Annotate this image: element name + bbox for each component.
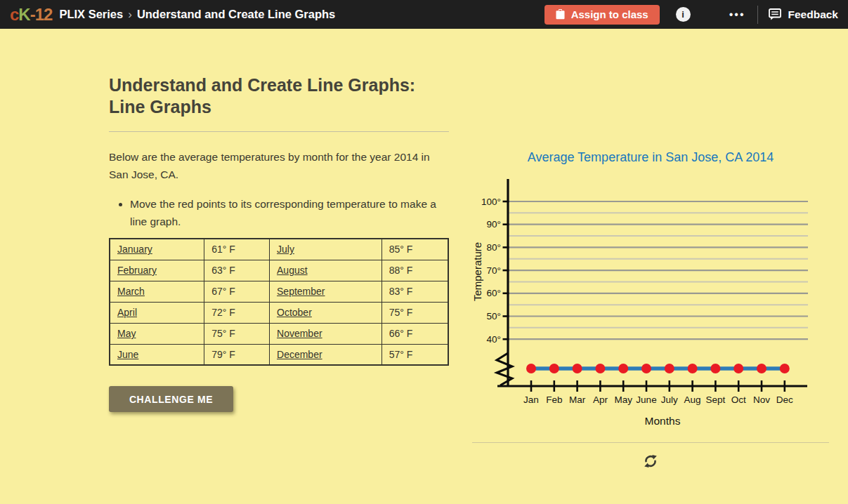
line-graph-canvas[interactable]: 100°90°80°70°60°50°40°TemperatureJanFebM… xyxy=(472,173,829,430)
x-tick-label: July xyxy=(661,394,678,405)
info-icon[interactable]: i xyxy=(676,7,691,22)
month-cell: May xyxy=(110,323,204,344)
month-link[interactable]: January xyxy=(117,244,152,255)
month-link[interactable]: December xyxy=(277,349,322,360)
temperature-cell: 88° F xyxy=(381,260,448,281)
breadcrumb-page-title: Understand and Create Line Graphs xyxy=(137,8,335,21)
y-tick-label: 70° xyxy=(487,265,501,276)
month-cell: July xyxy=(270,239,382,260)
month-link[interactable]: August xyxy=(277,265,308,276)
y-tick-label: 40° xyxy=(487,334,501,345)
feedback-icon xyxy=(769,8,782,20)
red-point[interactable] xyxy=(573,364,582,373)
temperatures-table: January61° FJuly85° FFebruary63° FAugust… xyxy=(109,238,449,366)
y-tick-label: 90° xyxy=(487,219,501,230)
red-point[interactable] xyxy=(688,364,698,373)
x-tick-label: Mar xyxy=(569,394,586,405)
refresh-icon xyxy=(643,453,658,469)
red-point[interactable] xyxy=(710,364,720,373)
x-tick-label: June xyxy=(636,394,656,405)
chart-title: Average Temperature in San Jose, CA 2014 xyxy=(472,150,829,165)
feedback-label: Feedback xyxy=(788,8,838,21)
x-tick-label: Apr xyxy=(593,394,608,405)
x-tick-label: Oct xyxy=(731,394,746,405)
red-point[interactable] xyxy=(641,364,651,373)
breadcrumb: PLIX Series › Understand and Create Line… xyxy=(59,8,335,22)
x-tick-label: Nov xyxy=(753,394,770,405)
red-point[interactable] xyxy=(757,364,767,373)
red-point[interactable] xyxy=(780,364,790,373)
month-link[interactable]: March xyxy=(117,286,145,297)
month-cell: September xyxy=(270,281,382,302)
breadcrumb-section[interactable]: PLIX Series xyxy=(59,8,123,21)
temperature-cell: 57° F xyxy=(381,344,448,365)
temperature-cell: 75° F xyxy=(381,302,448,323)
temperature-cell: 67° F xyxy=(204,281,270,302)
month-link[interactable]: October xyxy=(277,307,312,318)
logo-k: K xyxy=(18,5,30,24)
month-cell: March xyxy=(110,281,204,302)
month-cell: June xyxy=(110,344,204,365)
temperature-cell: 79° F xyxy=(204,344,270,365)
month-link[interactable]: April xyxy=(117,307,137,318)
red-point[interactable] xyxy=(526,364,536,373)
more-options-icon[interactable]: ••• xyxy=(729,8,745,21)
month-link[interactable]: September xyxy=(277,286,325,297)
ck12-logo[interactable]: cK-12 xyxy=(10,5,52,25)
page-title: Understand and Create Line Graphs: Line … xyxy=(109,74,449,118)
assign-to-class-button[interactable]: Assign to class xyxy=(544,5,660,25)
temperature-cell: 75° F xyxy=(204,323,270,344)
month-link[interactable]: February xyxy=(117,265,157,276)
lesson-panel: Understand and Create Line Graphs: Line … xyxy=(109,74,449,412)
y-tick-label: 50° xyxy=(487,311,501,321)
y-axis-label: Temperature xyxy=(472,242,483,301)
month-cell: January xyxy=(110,239,204,260)
temperature-cell: 61° F xyxy=(204,239,270,260)
clipboard-icon xyxy=(556,9,565,20)
red-point[interactable] xyxy=(665,364,674,373)
graph-panel-divider xyxy=(472,442,829,443)
month-link[interactable]: June xyxy=(117,349,138,360)
challenge-me-button[interactable]: CHALLENGE ME xyxy=(109,386,233,412)
month-link[interactable]: May xyxy=(117,328,136,339)
intro-text: Below are the average temperatures by mo… xyxy=(109,148,449,183)
breadcrumb-separator: › xyxy=(128,8,132,22)
x-tick-label: Aug xyxy=(684,394,701,405)
month-cell: October xyxy=(270,302,382,323)
x-tick-label: Feb xyxy=(546,394,562,405)
top-navbar: cK-12 PLIX Series › Understand and Creat… xyxy=(0,0,848,29)
red-point[interactable] xyxy=(595,364,605,373)
x-tick-label: May xyxy=(614,394,632,405)
table-row: January61° FJuly85° F xyxy=(110,239,448,260)
red-point[interactable] xyxy=(733,364,743,373)
feedback-button[interactable]: Feedback xyxy=(769,8,838,21)
instruction-item: Move the red points to its corresponding… xyxy=(130,195,449,230)
table-row: March67° FSeptember83° F xyxy=(110,281,448,302)
month-link[interactable]: November xyxy=(277,328,322,339)
axis-break xyxy=(497,353,512,385)
table-row: June79° FDecember57° F xyxy=(110,344,448,365)
temperature-cell: 85° F xyxy=(381,239,448,260)
assign-button-label: Assign to class xyxy=(571,8,648,20)
month-cell: December xyxy=(270,344,382,365)
month-cell: February xyxy=(110,260,204,281)
red-point[interactable] xyxy=(618,364,628,373)
logo-c: c xyxy=(10,5,18,24)
temperature-cell: 83° F xyxy=(381,281,448,302)
x-tick-label: Sept xyxy=(706,394,726,405)
month-cell: August xyxy=(270,260,382,281)
temperature-cell: 72° F xyxy=(204,302,270,323)
header-divider xyxy=(757,6,758,24)
logo-12: -12 xyxy=(30,5,53,24)
x-axis-label: Months xyxy=(645,415,681,427)
y-tick-label: 80° xyxy=(487,242,501,253)
temperature-cell: 63° F xyxy=(204,260,270,281)
y-tick-label: 60° xyxy=(487,288,501,298)
page: cK-12 PLIX Series › Understand and Creat… xyxy=(0,0,848,504)
month-cell: November xyxy=(270,323,382,344)
instruction-list: Move the red points to its corresponding… xyxy=(109,195,449,230)
reset-refresh-button[interactable] xyxy=(641,452,660,470)
month-link[interactable]: July xyxy=(277,244,294,255)
red-point[interactable] xyxy=(549,364,559,373)
month-cell: April xyxy=(110,302,204,323)
